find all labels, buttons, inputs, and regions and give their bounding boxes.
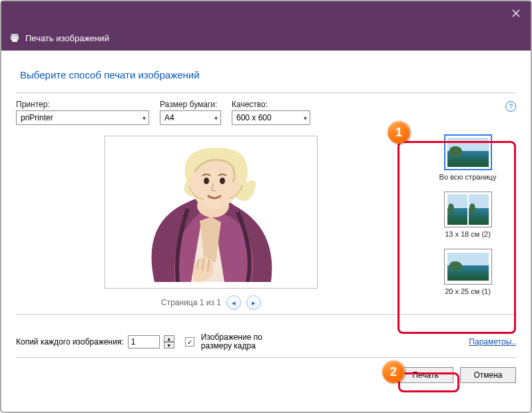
preview-page [105,136,318,289]
divider-top [16,92,516,93]
printer-select[interactable]: priPrinter ▾ [16,110,149,125]
quality-label: Качество: [232,100,310,109]
svg-point-6 [204,178,209,184]
chevron-down-icon: ▾ [214,114,218,122]
preview-area: Страница 1 из 1 ◂ ▸ [16,130,406,310]
layout-full-page[interactable]: Во всю страницу [422,134,513,181]
prev-page-button[interactable]: ◂ [226,295,241,310]
close-icon [512,9,520,17]
printer-value: priPrinter [21,113,53,122]
svg-rect-0 [11,34,18,36]
copies-input[interactable] [128,335,160,348]
chevron-down-icon: ▾ [142,114,146,122]
layout-20x25[interactable]: 20 x 25 см (1) [422,249,513,295]
print-button[interactable]: Печать [398,367,453,383]
paper-value: A4 [164,113,174,122]
layout-label: 13 x 18 см (2) [445,230,491,238]
svg-rect-2 [12,39,17,42]
divider-mid [16,314,516,315]
titlebar [1,1,531,25]
fit-label: Изображение по размеру кадра [201,333,281,350]
cancel-button[interactable]: Отмена [460,367,516,383]
window-title: Печать изображений [25,33,109,43]
header-band: Печать изображений [1,25,531,51]
quality-value: 600 x 600 [236,113,272,122]
chevron-down-icon: ▾ [304,114,307,122]
copies-label: Копий каждого изображения: [16,337,124,346]
svg-point-7 [220,178,225,184]
layout-thumb-13x18 [444,192,492,227]
paper-select[interactable]: A4 ▾ [160,110,221,125]
layout-label: 20 x 25 см (1) [445,287,491,295]
page-counter-text: Страница 1 из 1 [161,298,221,307]
preview-image [115,142,308,282]
fit-checkbox[interactable]: ✓ [185,337,194,346]
next-page-button[interactable]: ▸ [246,295,261,310]
close-button[interactable] [501,1,531,25]
quality-select[interactable]: 600 x 600 ▾ [232,110,310,125]
paper-label: Размер бумаги: [160,100,221,109]
page-heading: Выберите способ печати изображений [20,69,516,80]
layout-thumb-20x25 [444,249,492,285]
printer-icon [9,33,20,43]
layout-label: Во всю страницу [439,173,497,181]
layout-panel: Во всю страницу 13 x 18 см (2) 20 x 25 с… [419,130,516,310]
copies-up-button[interactable]: ▲ [164,335,174,342]
help-button[interactable]: ? [505,101,516,112]
layout-13x18[interactable]: 13 x 18 см (2) [422,192,513,238]
printer-label: Принтер: [16,100,149,109]
params-link[interactable]: Параметры.. [469,337,516,346]
layout-thumb-fullpage [444,134,492,170]
copies-down-button[interactable]: ▼ [164,342,174,348]
